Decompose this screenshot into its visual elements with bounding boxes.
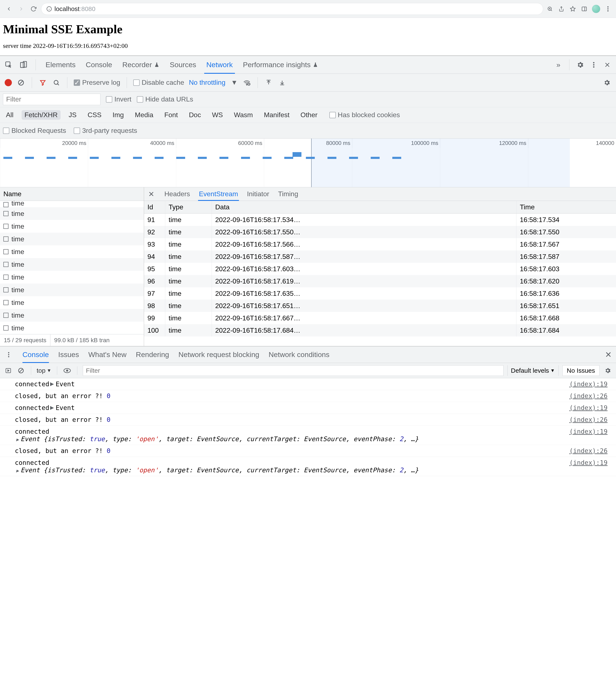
console-log-list[interactable]: connected▶Event(index):19closed, but an … (0, 378, 616, 476)
eventstream-row[interactable]: 96time2022-09-16T16:58:17.619…16:58:17.6… (144, 275, 616, 287)
address-bar[interactable]: localhost:8080 (41, 3, 543, 15)
waterfall-overview[interactable]: 20000 ms 40000 ms 60000 ms 80000 ms 1000… (0, 138, 616, 187)
network-conditions-icon[interactable] (242, 78, 251, 87)
eventstream-row[interactable]: 95time2022-09-16T16:58:17.603…16:58:17.6… (144, 263, 616, 275)
source-link[interactable]: (index):19 (569, 459, 608, 466)
eventstream-row[interactable]: 91time2022-09-16T16:58:17.534…16:58:17.5… (144, 213, 616, 226)
detail-tab-eventstream[interactable]: EventStream (198, 187, 239, 201)
request-row[interactable]: time (0, 296, 144, 309)
source-link[interactable]: (index):19 (569, 404, 608, 411)
download-har-icon[interactable] (278, 78, 287, 87)
waterfall-selection[interactable] (311, 138, 570, 187)
issues-button[interactable]: No Issues (562, 365, 599, 376)
request-row[interactable]: time (0, 201, 144, 207)
hide-data-urls-checkbox[interactable]: Hide data URLs (137, 95, 193, 103)
type-filter-wasm[interactable]: Wasm (231, 110, 256, 120)
console-log-row[interactable]: closed, but an error ?! 0(index):26 (0, 445, 616, 457)
col-data[interactable]: Data (212, 201, 516, 213)
tab-elements[interactable]: Elements (44, 56, 78, 74)
type-filter-css[interactable]: CSS (84, 110, 104, 120)
tab-network[interactable]: Network (204, 56, 235, 74)
close-devtools-icon[interactable] (603, 60, 612, 69)
inspect-element-icon[interactable] (4, 60, 13, 69)
search-icon[interactable] (52, 78, 61, 87)
request-row[interactable]: time (0, 283, 144, 296)
detail-tab-initiator[interactable]: Initiator (246, 187, 270, 201)
type-filter-img[interactable]: Img (109, 110, 127, 120)
eventstream-row[interactable]: 98time2022-09-16T16:58:17.651…16:58:17.6… (144, 300, 616, 312)
star-icon[interactable] (569, 5, 576, 13)
eventstream-row[interactable]: 97time2022-09-16T16:58:17.635…16:58:17.6… (144, 287, 616, 300)
preserve-log-checkbox[interactable]: ✓Preserve log (74, 79, 120, 86)
network-settings-icon[interactable] (602, 78, 611, 87)
drawer-close-icon[interactable]: ✕ (605, 350, 612, 359)
col-time[interactable]: Time (516, 201, 616, 213)
throttling-select[interactable]: No throttling▼ (189, 79, 238, 86)
requests-list[interactable]: time time time time time time time time … (0, 201, 144, 334)
console-log-row[interactable]: connected▶Event(index):19 (0, 402, 616, 414)
blocked-requests-checkbox[interactable]: Blocked Requests (3, 127, 66, 134)
type-filter-media[interactable]: Media (132, 110, 156, 120)
request-row[interactable]: time (0, 233, 144, 245)
source-link[interactable]: (index):19 (569, 380, 608, 388)
zoom-icon[interactable] (546, 5, 554, 13)
filter-icon[interactable] (38, 78, 47, 87)
type-filter-js[interactable]: JS (66, 110, 79, 120)
type-filter-font[interactable]: Font (161, 110, 181, 120)
close-detail-icon[interactable]: ✕ (148, 190, 154, 198)
detail-tab-timing[interactable]: Timing (277, 187, 299, 201)
console-log-row[interactable]: connected▶Event {isTrusted: true, type: … (0, 457, 616, 476)
request-row[interactable]: time (0, 207, 144, 220)
request-row[interactable]: time (0, 258, 144, 271)
drawer-tab-rendering[interactable]: Rendering (136, 347, 169, 363)
eventstream-row[interactable]: 93time2022-09-16T16:58:17.566…16:58:17.5… (144, 238, 616, 250)
type-filter-doc[interactable]: Doc (186, 110, 204, 120)
drawer-tab-netconditions[interactable]: Network conditions (268, 347, 329, 363)
type-filter-ws[interactable]: WS (209, 110, 226, 120)
avatar[interactable] (592, 5, 600, 13)
console-log-row[interactable]: connected▶Event(index):19 (0, 378, 616, 390)
clear-console-icon[interactable] (17, 366, 25, 375)
tab-recorder[interactable]: Recorder (120, 56, 162, 74)
request-row[interactable]: time (0, 245, 144, 258)
drawer-tab-console[interactable]: Console (22, 347, 49, 363)
source-link[interactable]: (index):19 (569, 428, 608, 435)
forward-button[interactable] (17, 4, 26, 14)
expand-icon[interactable]: ▶ (50, 380, 54, 387)
console-sidebar-toggle-icon[interactable] (4, 366, 13, 375)
type-filter-other[interactable]: Other (298, 110, 320, 120)
console-settings-icon[interactable] (603, 366, 612, 375)
invert-checkbox[interactable]: Invert (106, 95, 131, 103)
disable-cache-checkbox[interactable]: Disable cache (133, 79, 184, 86)
context-selector[interactable]: top▼ (37, 367, 51, 374)
request-row[interactable]: time (0, 309, 144, 322)
tab-perf-insights[interactable]: Performance insights (241, 56, 320, 74)
source-link[interactable]: (index):26 (569, 447, 608, 454)
log-levels-selector[interactable]: Default levels▼ (507, 365, 559, 376)
blocked-cookies-checkbox[interactable]: Has blocked cookies (329, 111, 400, 119)
drawer-menu-icon[interactable] (4, 350, 13, 359)
console-log-row[interactable]: closed, but an error ?! 0(index):26 (0, 414, 616, 426)
expand-icon[interactable]: ▶ (16, 437, 19, 442)
menu-icon[interactable] (604, 5, 612, 13)
type-filter-all[interactable]: All (3, 110, 17, 120)
clear-icon[interactable] (17, 78, 25, 87)
request-row[interactable]: time (0, 271, 144, 283)
live-expression-icon[interactable] (63, 366, 72, 375)
tab-console[interactable]: Console (84, 56, 114, 74)
reload-button[interactable] (29, 4, 38, 14)
request-row[interactable]: time (0, 220, 144, 233)
more-tabs-button[interactable]: » (554, 60, 563, 69)
console-filter-input[interactable] (83, 365, 504, 376)
console-log-row[interactable]: closed, but an error ?! 0(index):26 (0, 390, 616, 402)
name-column-header[interactable]: Name (0, 187, 144, 201)
source-link[interactable]: (index):26 (569, 416, 608, 423)
record-button[interactable] (5, 79, 12, 86)
expand-icon[interactable]: ▶ (16, 468, 19, 473)
site-info-icon[interactable] (46, 6, 52, 11)
col-id[interactable]: Id (144, 201, 165, 213)
expand-icon[interactable]: ▶ (50, 404, 54, 411)
back-button[interactable] (4, 4, 14, 14)
eventstream-row[interactable]: 92time2022-09-16T16:58:17.550…16:58:17.5… (144, 226, 616, 238)
drawer-tab-issues[interactable]: Issues (58, 347, 79, 363)
